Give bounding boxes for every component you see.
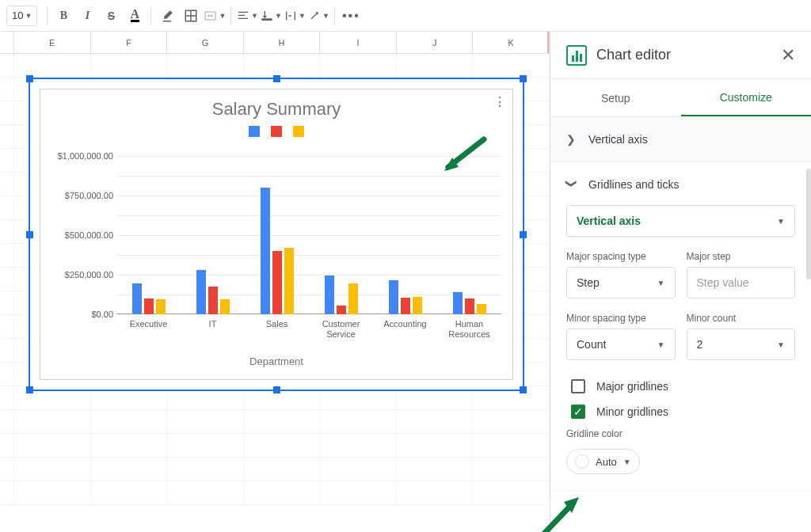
text-color-button[interactable]: A <box>124 5 146 27</box>
bar-group <box>245 156 309 314</box>
checkbox-icon <box>571 379 585 393</box>
gridline-color-select[interactable]: Auto ▼ <box>566 449 640 474</box>
x-axis-title: Department <box>40 355 512 367</box>
section-gridlines-ticks: ❯ Gridlines and ticks Vertical axis ▼ Ma… <box>550 162 811 491</box>
column-header[interactable]: F <box>91 32 168 53</box>
text-wrap-button[interactable]: ▼ <box>284 5 306 27</box>
bold-button[interactable]: B <box>52 5 74 27</box>
column-header[interactable]: J <box>397 32 474 53</box>
resize-handle[interactable] <box>273 386 280 393</box>
bar-group <box>437 156 501 314</box>
legend-swatch <box>249 126 260 137</box>
sidebar-title: Chart editor <box>596 47 781 63</box>
resize-handle[interactable] <box>520 75 527 82</box>
resize-handle[interactable] <box>26 75 33 82</box>
tab-setup[interactable]: Setup <box>550 79 681 116</box>
column-header[interactable]: H <box>244 32 321 53</box>
bar <box>220 299 230 314</box>
chart-selection[interactable]: ⋮ Salary Summary $0.00 $250,000.00 $500,… <box>29 78 524 391</box>
font-size-select[interactable]: 10 ▼ <box>6 6 37 26</box>
chart-editor-sidebar: Chart editor ✕ Setup Customize ❯ Vertica… <box>550 32 811 532</box>
y-axis: $0.00 $250,000.00 $500,000.00 $750,000.0… <box>48 156 116 314</box>
borders-button[interactable] <box>180 5 202 27</box>
bar <box>144 298 154 314</box>
legend-swatch <box>271 126 282 137</box>
bar-group <box>116 156 181 314</box>
x-label: Executive <box>116 319 181 340</box>
italic-button[interactable]: I <box>76 5 98 27</box>
section-label: Vertical axis <box>588 133 648 146</box>
chart-title: Salary Summary <box>40 99 512 120</box>
major-gridlines-checkbox[interactable]: Major gridlines <box>571 379 795 393</box>
bar-group <box>309 156 373 314</box>
merge-cells-button[interactable]: ▼ <box>204 5 226 27</box>
resize-handle[interactable] <box>520 386 527 393</box>
fill-color-button[interactable] <box>156 5 178 27</box>
column-header[interactable]: E <box>14 32 91 53</box>
strikethrough-button[interactable]: S <box>100 5 122 27</box>
resize-handle[interactable] <box>26 231 33 238</box>
bar <box>208 287 218 314</box>
column-header[interactable]: G <box>167 32 244 53</box>
x-label: HumanResources <box>437 319 501 340</box>
column-headers: E F G H I J K <box>0 32 550 54</box>
bar <box>196 270 206 314</box>
column-header[interactable]: I <box>320 32 397 53</box>
bar <box>272 251 282 314</box>
annotation-arrow-icon <box>535 491 591 532</box>
major-step-input[interactable]: Step value <box>687 267 796 298</box>
checkbox-checked-icon: ✓ <box>571 405 585 419</box>
bar <box>337 306 346 314</box>
resize-handle[interactable] <box>26 386 33 393</box>
column-header[interactable]: K <box>473 32 550 53</box>
toolbar-separator <box>150 7 151 25</box>
minor-count-select[interactable]: 2 ▼ <box>687 329 796 360</box>
caret-icon: ▼ <box>657 340 665 349</box>
axis-selector-dropdown[interactable]: Vertical axis ▼ <box>566 205 795 237</box>
x-label: CustomerService <box>309 319 373 340</box>
section-header[interactable]: ❯ Gridlines and ticks <box>566 178 795 191</box>
tab-customize[interactable]: Customize <box>681 79 812 116</box>
resize-handle[interactable] <box>520 231 527 238</box>
x-label: Accounting <box>373 319 437 340</box>
bar <box>413 297 422 314</box>
bar <box>325 276 334 314</box>
x-label: Sales <box>245 319 309 340</box>
chevron-right-icon: ❯ <box>566 133 577 146</box>
plot-area <box>116 156 501 314</box>
bar <box>477 304 486 314</box>
bar <box>261 188 270 314</box>
bar <box>132 283 142 314</box>
color-swatch-icon <box>575 454 589 469</box>
bar <box>401 298 410 314</box>
more-toolbar-button[interactable]: ••• <box>340 5 362 27</box>
chart-editor-icon <box>566 45 587 66</box>
toolbar: 10 ▼ B I S A ▼ ▼ ▼ ▼ ▼ ••• <box>0 0 811 32</box>
x-label: IT <box>181 319 245 340</box>
major-spacing-type-select[interactable]: Step ▼ <box>566 267 676 298</box>
section-vertical-axis[interactable]: ❯ Vertical axis <box>550 117 811 162</box>
annotation-arrow-icon <box>436 135 492 179</box>
chart-menu-button[interactable]: ⋮ <box>493 94 506 109</box>
chart-canvas[interactable]: ⋮ Salary Summary $0.00 $250,000.00 $500,… <box>40 89 513 380</box>
font-size-value: 10 <box>12 10 23 21</box>
field-label: Major spacing type <box>566 251 676 262</box>
legend-swatch <box>293 126 304 137</box>
spreadsheet-area[interactable]: E F G H I J K <box>0 32 550 532</box>
resize-handle[interactable] <box>273 75 280 82</box>
x-axis-labels: ExecutiveITSalesCustomerServiceAccountin… <box>116 319 501 340</box>
field-label: Minor count <box>687 313 796 324</box>
text-rotation-button[interactable]: ▼ <box>307 5 329 27</box>
section-label: Gridlines and ticks <box>588 178 679 191</box>
vertical-align-button[interactable]: ▼ <box>260 5 282 27</box>
horizontal-align-button[interactable]: ▼ <box>236 5 258 27</box>
toolbar-separator <box>230 7 231 25</box>
scrollbar[interactable] <box>806 169 811 279</box>
caret-icon: ▼ <box>623 458 631 466</box>
caret-icon: ▼ <box>777 217 785 226</box>
minor-spacing-type-select[interactable]: Count ▼ <box>566 329 676 360</box>
minor-gridlines-checkbox[interactable]: ✓ Minor gridlines <box>571 405 795 419</box>
field-label: Major step <box>687 251 796 262</box>
field-label: Gridline color <box>566 428 795 439</box>
close-button[interactable]: ✕ <box>781 45 795 66</box>
